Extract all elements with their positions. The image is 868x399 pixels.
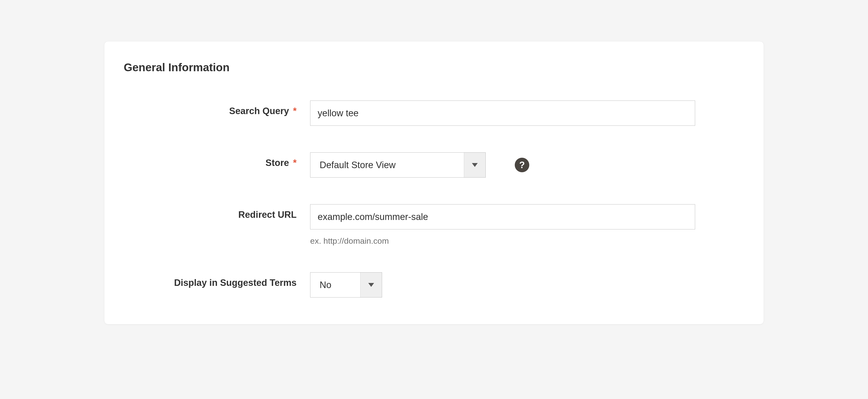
field-store: Store * Default Store View ? [124, 152, 744, 177]
control-col [310, 101, 744, 126]
svg-marker-1 [368, 283, 374, 287]
control-col: Default Store View ? [310, 152, 744, 177]
required-mark: * [293, 106, 297, 116]
field-display-in-suggested: Display in Suggested Terms No [124, 272, 744, 297]
redirect-url-label: Redirect URL [238, 209, 297, 220]
redirect-url-input[interactable] [310, 204, 695, 229]
svg-marker-0 [472, 163, 478, 167]
store-select[interactable]: Default Store View [310, 152, 486, 177]
label-col: Store * [124, 152, 310, 168]
search-query-label: Search Query [229, 106, 289, 116]
display-in-suggested-value: No [310, 273, 360, 297]
panel-title: General Information [124, 61, 744, 74]
search-query-input[interactable] [310, 101, 695, 126]
general-information-panel: General Information Search Query * Store… [104, 41, 764, 324]
chevron-down-icon [360, 273, 382, 297]
display-in-suggested-label: Display in Suggested Terms [174, 278, 297, 288]
control-col: ex. http://domain.com [310, 204, 744, 246]
store-select-value: Default Store View [310, 153, 464, 177]
chevron-down-icon [464, 153, 486, 177]
help-icon[interactable]: ? [515, 158, 529, 172]
label-col: Display in Suggested Terms [124, 272, 310, 288]
redirect-url-hint: ex. http://domain.com [310, 236, 744, 246]
control-col: No [310, 272, 744, 297]
label-col: Redirect URL [124, 204, 310, 220]
page-root: General Information Search Query * Store… [0, 0, 868, 399]
label-col: Search Query * [124, 101, 310, 116]
display-in-suggested-select[interactable]: No [310, 272, 382, 297]
field-redirect-url: Redirect URL ex. http://domain.com [124, 204, 744, 246]
store-label: Store [266, 158, 289, 168]
required-mark: * [293, 158, 297, 168]
field-search-query: Search Query * [124, 101, 744, 126]
